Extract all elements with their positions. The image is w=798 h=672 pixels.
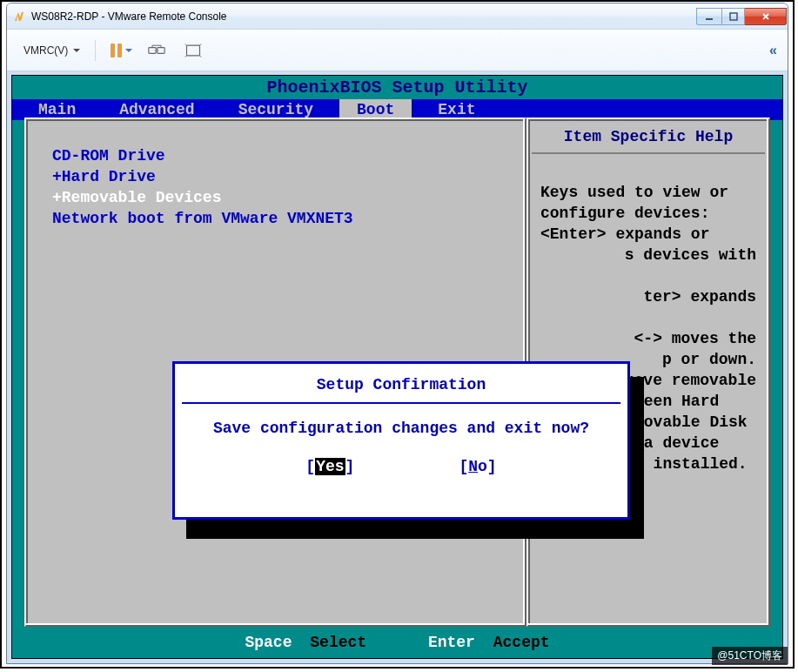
dialog-no-button[interactable]: [No] bbox=[459, 458, 496, 475]
vmware-remote-console-window: WS08R2-RDP - VMware Remote Console VMRC(… bbox=[6, 3, 788, 664]
vm-console-view[interactable]: PhoenixBIOS Setup Utility Main Advanced … bbox=[11, 75, 783, 659]
fullscreen-button[interactable] bbox=[177, 38, 210, 63]
pause-vm-button[interactable] bbox=[103, 38, 137, 63]
toolbar-separator bbox=[95, 40, 96, 61]
boot-item-hdd[interactable]: +Hard Drive bbox=[52, 166, 516, 187]
boot-item-removable[interactable]: +Removable Devices bbox=[52, 187, 516, 208]
bios-utility-title: PhoenixBIOS Setup Utility bbox=[12, 76, 782, 99]
window-title: WS08R2-RDP - VMware Remote Console bbox=[31, 10, 696, 23]
bios-help-title: Item Specific Help bbox=[532, 123, 765, 154]
boot-item-network[interactable]: Network boot from VMware VMXNET3 bbox=[52, 208, 516, 229]
vmrc-menu-button[interactable]: VMRC(V) bbox=[16, 38, 88, 63]
window-titlebar[interactable]: WS08R2-RDP - VMware Remote Console bbox=[7, 3, 788, 30]
minimize-button[interactable] bbox=[696, 8, 721, 25]
footer-key-space: Space bbox=[245, 634, 292, 651]
footer-action-accept: Accept bbox=[493, 634, 550, 651]
maximize-button[interactable] bbox=[721, 8, 745, 25]
svg-rect-0 bbox=[706, 18, 713, 20]
collapse-toolbar-icon[interactable]: « bbox=[769, 43, 777, 58]
setup-confirmation-dialog: Setup Confirmation Save configuration ch… bbox=[172, 361, 630, 520]
close-button[interactable] bbox=[745, 8, 787, 25]
vmrc-toolbar: VMRC(V) « bbox=[7, 30, 788, 71]
dialog-title: Setup Confirmation bbox=[182, 369, 620, 404]
footer-key-enter: Enter bbox=[428, 634, 475, 651]
window-control-buttons bbox=[696, 8, 787, 25]
dialog-yes-button[interactable]: [Yes] bbox=[305, 458, 354, 475]
svg-rect-1 bbox=[730, 13, 737, 20]
dialog-message: Save configuration changes and exit now? bbox=[177, 404, 626, 458]
pause-icon bbox=[111, 44, 122, 57]
bios-footer: Space Select Enter Accept bbox=[12, 634, 782, 651]
send-ctrl-alt-del-button[interactable] bbox=[140, 38, 173, 63]
chevron-down-icon bbox=[125, 49, 132, 56]
watermark: @51CTO博客 bbox=[712, 647, 788, 665]
vmware-app-icon bbox=[12, 10, 26, 24]
footer-action-select: Select bbox=[310, 634, 366, 651]
boot-item-cdrom[interactable]: CD-ROM Drive bbox=[52, 145, 516, 166]
svg-rect-4 bbox=[187, 45, 200, 56]
